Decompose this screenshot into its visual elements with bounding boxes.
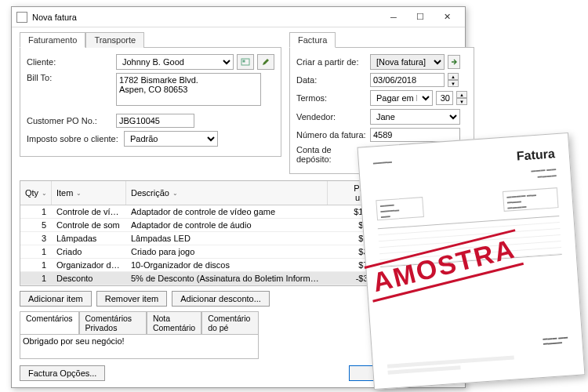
client-lookup-button[interactable] — [237, 54, 254, 70]
arrow-right-icon — [451, 59, 457, 65]
pencil-icon — [261, 57, 270, 67]
invoice-options-button[interactable]: Factura Opções... — [20, 365, 105, 381]
chevron-down-icon: ⌄ — [172, 190, 178, 197]
date-label: Data: — [296, 75, 367, 85]
col-qty[interactable]: Qty⌄ — [20, 181, 52, 205]
number-label: Número da fatura: — [296, 130, 367, 140]
card-icon — [241, 57, 250, 67]
create-from-go-button[interactable] — [448, 55, 460, 69]
titlebar: Nova fatura ─ ☐ ✕ — [12, 7, 465, 27]
comment-tab-3[interactable]: Comentário do pé — [201, 311, 259, 334]
terms-select[interactable]: Pagar em Dias — [370, 90, 433, 106]
chevron-down-icon: ⌄ — [76, 190, 82, 197]
billto-label: Bill To: — [27, 73, 113, 82]
chevron-down-icon: ⌄ — [42, 190, 47, 197]
close-button[interactable]: ✕ — [434, 9, 460, 25]
create-from-select[interactable]: [Nova fatura] — [370, 54, 445, 70]
minimize-button[interactable]: ─ — [380, 9, 407, 25]
col-desc[interactable]: Descrição⌄ — [126, 181, 328, 205]
window-title: Nova fatura — [32, 13, 380, 22]
number-input[interactable] — [370, 128, 460, 142]
po-label: Customer PO No.: — [27, 116, 113, 125]
preview-title: Fatura — [516, 147, 555, 163]
billing-panel: Cliente: Johnny B. Good Bill To: 1782 Bi… — [20, 47, 281, 157]
add-discount-button[interactable]: Adicionar desconto... — [172, 291, 270, 307]
po-input[interactable] — [116, 114, 194, 128]
client-tax-label: Imposto sobre o cliente: — [27, 134, 121, 143]
app-icon — [16, 12, 27, 23]
client-edit-button[interactable] — [257, 54, 274, 70]
comment-textarea[interactable]: Obrigado por seu negócio! — [20, 335, 258, 357]
create-from-label: Criar a partir de: — [296, 57, 367, 67]
invoice-preview: ▬▬▬▬ Fatura ▬▬▬ ▬▬▬▬▬▬ ▬▬▬▬▬▬▬▬▬ ▬▬▬▬ ▬▬… — [358, 132, 586, 390]
tab-invoice-group[interactable]: Factura — [289, 32, 336, 48]
remove-item-button[interactable]: Remover item — [96, 291, 167, 307]
comment-tab-1[interactable]: Comentários Privados — [79, 311, 147, 334]
comment-tab-0[interactable]: Comentários — [20, 311, 79, 334]
svg-rect-1 — [243, 60, 245, 63]
terms-label: Termos: — [296, 93, 367, 103]
client-select[interactable]: Johnny B. Good — [116, 54, 234, 70]
comment-tab-2[interactable]: Nota Comentário — [147, 311, 201, 334]
billto-textarea[interactable]: 1782 Bismarke Blvd. Aspen, CO 80653 — [116, 73, 261, 106]
billing-panel-wrap: Faturamento Transporte Cliente: Johnny B… — [20, 32, 281, 174]
terms-days-input[interactable] — [436, 91, 453, 105]
client-label: Cliente: — [27, 57, 113, 67]
date-spinner[interactable]: ▲▼ — [448, 73, 459, 87]
tab-billing[interactable]: Faturamento — [20, 32, 85, 48]
seller-label: Vendedor: — [296, 112, 367, 122]
tab-transport[interactable]: Transporte — [85, 32, 144, 48]
deposit-label: Conta de depósito: — [296, 145, 367, 164]
date-input[interactable] — [370, 73, 445, 87]
terms-days-spinner[interactable]: ▲▼ — [456, 91, 467, 105]
col-item[interactable]: Item⌄ — [52, 181, 126, 205]
client-tax-select[interactable]: Padrão — [124, 131, 218, 147]
seller-select[interactable]: Jane — [370, 109, 460, 125]
add-item-button[interactable]: Adicionar item — [20, 291, 92, 307]
comment-tabs: Comentários Comentários Privados Nota Co… — [20, 311, 259, 334]
maximize-button[interactable]: ☐ — [407, 9, 434, 25]
